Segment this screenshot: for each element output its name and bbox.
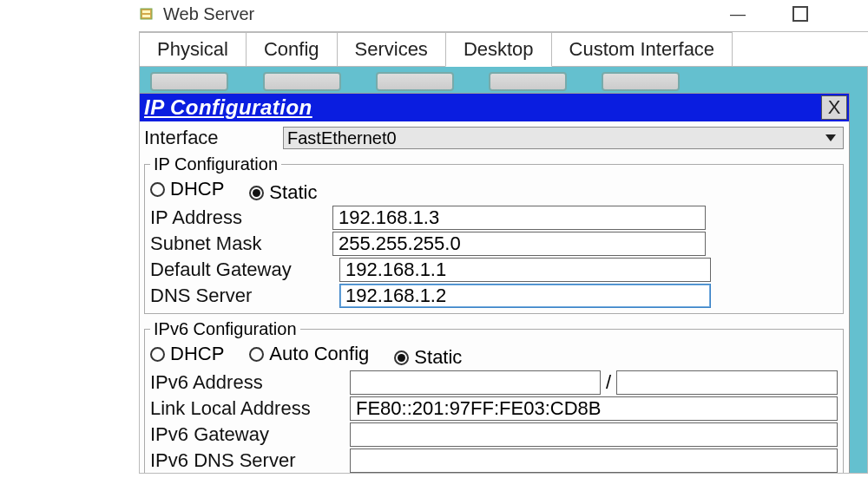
ipv6-address-label: IPv6 Address: [150, 371, 350, 394]
ipv6-legend: IPv6 Configuration: [150, 319, 300, 339]
ipv6-address-input[interactable]: [350, 370, 601, 395]
subnet-mask-label: Subnet Mask: [150, 232, 332, 255]
ipv6-gateway-label: IPv6 Gateway: [150, 423, 350, 446]
dhcp-radio[interactable]: DHCP: [150, 178, 224, 200]
desktop-icon[interactable]: [376, 72, 454, 91]
static-radio[interactable]: Static: [249, 181, 317, 204]
window-title: Web Server: [163, 4, 254, 24]
svg-rect-1: [142, 10, 150, 13]
title-bar: Web Server —: [0, 0, 868, 31]
svg-rect-2: [142, 15, 150, 17]
tab-custom-interface[interactable]: Custom Interface: [551, 32, 733, 67]
desktop-icon[interactable]: [263, 72, 341, 91]
tab-services[interactable]: Services: [337, 32, 446, 67]
dns-server-input[interactable]: [339, 284, 711, 308]
ip-configuration-dialog: IP Configuration X Interface FastEtherne…: [139, 93, 850, 474]
ipv4-fieldset: IP Configuration DHCP Static IP Address …: [144, 154, 844, 314]
default-gateway-input[interactable]: [339, 258, 711, 282]
interface-label: Interface: [144, 127, 283, 149]
ipv6-dns-label: IPv6 DNS Server: [150, 449, 350, 472]
dialog-title: IP Configuration: [139, 95, 312, 120]
interface-select[interactable]: FastEthernet0: [283, 127, 844, 149]
close-button[interactable]: X: [821, 95, 847, 120]
ipv6-auto-radio[interactable]: Auto Config: [249, 343, 369, 365]
ipv6-gateway-input[interactable]: [350, 422, 838, 447]
tab-bar: Physical Config Services Desktop Custom …: [139, 31, 868, 67]
server-icon: [139, 5, 156, 23]
ipv6-static-radio[interactable]: Static: [394, 346, 462, 369]
dns-server-label: DNS Server: [150, 285, 332, 307]
link-local-input[interactable]: [350, 396, 838, 421]
tab-physical[interactable]: Physical: [139, 32, 247, 67]
svg-rect-0: [141, 9, 152, 19]
desktop-icon[interactable]: [150, 72, 228, 91]
interface-value: FastEthernet0: [287, 128, 397, 148]
link-local-label: Link Local Address: [150, 397, 350, 420]
ipv6-fieldset: IPv6 Configuration DHCP Auto Config Stat…: [144, 319, 844, 474]
ipv6-dns-input[interactable]: [350, 449, 838, 473]
chevron-down-icon: [825, 134, 836, 141]
maximize-button[interactable]: [785, 3, 816, 24]
desktop-icon[interactable]: [602, 72, 680, 91]
tab-desktop[interactable]: Desktop: [445, 32, 552, 67]
desktop-tool-icons: [150, 72, 857, 91]
ipv6-dhcp-radio[interactable]: DHCP: [150, 343, 224, 365]
desktop-area: IP Configuration X Interface FastEtherne…: [139, 66, 868, 474]
ipv4-legend: IP Configuration: [150, 154, 281, 174]
desktop-icon[interactable]: [489, 72, 567, 91]
tab-config[interactable]: Config: [246, 32, 338, 67]
slash-separator: /: [606, 371, 611, 394]
default-gateway-label: Default Gateway: [150, 259, 332, 281]
ip-address-label: IP Address: [150, 206, 332, 229]
dialog-title-bar: IP Configuration X: [139, 94, 849, 121]
subnet-mask-input[interactable]: [332, 232, 706, 256]
minimize-button[interactable]: —: [722, 3, 753, 24]
ipv6-prefix-input[interactable]: [616, 370, 838, 395]
ip-address-input[interactable]: [332, 206, 706, 230]
